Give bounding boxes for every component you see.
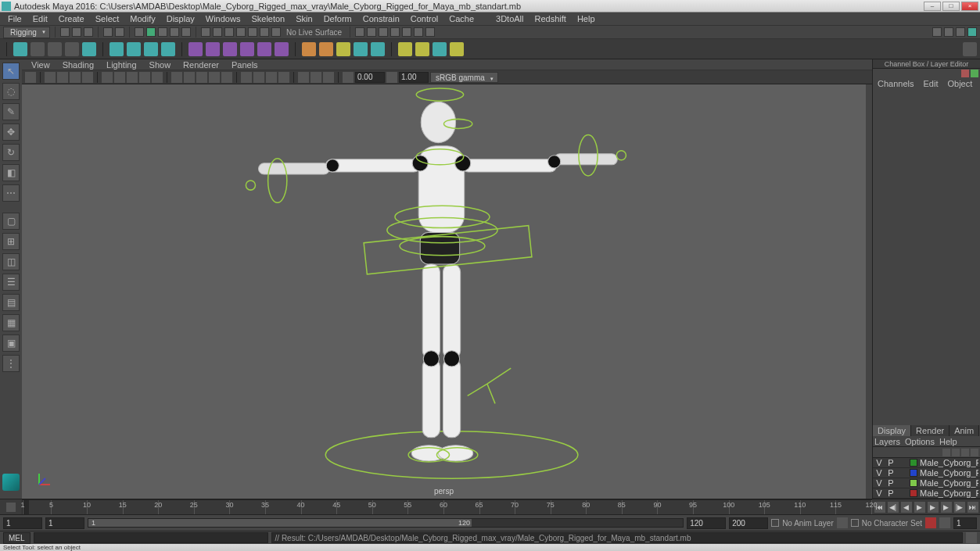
layer-tab-display[interactable]: Display (873, 425, 911, 436)
layout-single-icon[interactable]: ▢ (2, 213, 20, 230)
light-editor-icon[interactable] (425, 27, 435, 37)
menu-select[interactable]: Select (91, 13, 124, 24)
snap-curve-icon[interactable] (213, 27, 222, 37)
layout-four-icon[interactable]: ⊞ (2, 233, 20, 250)
layer-color-swatch[interactable] (910, 479, 917, 487)
layer-row[interactable]: VPMale_Cyborg_Rigged_ (873, 458, 980, 468)
layer-color-swatch[interactable] (910, 459, 917, 467)
panel-layout-icon[interactable] (956, 27, 965, 37)
menu-file[interactable]: File (3, 13, 27, 24)
input-line-icon[interactable] (367, 27, 376, 37)
menu-windows[interactable]: Windows (201, 13, 246, 24)
visibility-toggle[interactable]: V (874, 458, 884, 467)
playback-start-field[interactable] (3, 517, 42, 529)
save-scene-icon[interactable] (84, 27, 93, 37)
use-lights-icon[interactable] (209, 72, 220, 83)
new-scene-icon[interactable] (60, 27, 70, 37)
shelf-quickrig-icon[interactable] (433, 42, 447, 56)
vp-menu-panels[interactable]: Panels (227, 60, 263, 70)
shelf-deformer-icon[interactable] (336, 42, 350, 56)
select-mask-icon[interactable] (170, 27, 179, 37)
workspace-dropdown[interactable]: Rigging (3, 27, 50, 38)
anim-layer-icon[interactable] (837, 517, 848, 528)
menu-control[interactable]: Control (406, 13, 443, 24)
timeline-track[interactable]: 1510152025303540455055606570758085909510… (22, 499, 872, 515)
shelf-deformer-icon[interactable] (371, 42, 385, 56)
wireframe-icon[interactable] (171, 72, 182, 83)
playback-toggle[interactable]: P (886, 478, 896, 488)
persp-graph-icon[interactable]: ▤ (2, 294, 20, 311)
grease-pencil-icon[interactable] (82, 72, 93, 83)
rotate-tool[interactable]: ↻ (2, 144, 20, 161)
viewport-panel[interactable]: persp (22, 84, 872, 499)
cb-tab-channels[interactable]: Channels (873, 78, 918, 89)
layout-two-icon[interactable]: ◫ (2, 253, 20, 270)
shelf-mirror-icon[interactable] (240, 42, 254, 56)
visibility-toggle[interactable]: V (874, 488, 884, 498)
uv-editor-icon[interactable]: ▣ (2, 335, 20, 352)
select-by-object-icon[interactable] (146, 27, 156, 37)
vp-menu-shading[interactable]: Shading (58, 60, 99, 70)
layer-menu-options[interactable]: Options (905, 437, 935, 446)
visibility-toggle[interactable]: V (874, 478, 884, 488)
outliner-icon[interactable]: ☰ (2, 274, 20, 291)
vp-menu-view[interactable]: View (27, 60, 55, 70)
menu-modify[interactable]: Modify (125, 13, 160, 24)
select-by-hierarchy-icon[interactable] (135, 27, 144, 37)
current-frame-field[interactable] (953, 517, 977, 529)
hypershade-icon[interactable] (414, 27, 423, 37)
menu-constrain[interactable]: Constrain (358, 13, 404, 24)
snap-grid-icon[interactable] (201, 27, 210, 37)
time-slider[interactable]: 1510152025303540455055606570758085909510… (0, 499, 980, 514)
playback-toggle[interactable]: P (886, 488, 896, 498)
isolate-select-icon[interactable] (241, 72, 252, 83)
layer-row[interactable]: VPMale_Cyborg_Rigged_ (873, 488, 980, 499)
select-tool[interactable]: ↖ (2, 63, 20, 80)
menu-skeleton[interactable]: Skeleton (246, 13, 289, 24)
playback-toggle[interactable]: P (886, 458, 896, 467)
image-plane-icon[interactable] (57, 72, 68, 83)
char-set-checkbox[interactable] (851, 519, 859, 527)
layer-row[interactable]: VPMale_Cyborg_Rigged_ (873, 468, 980, 478)
snap-plane-icon[interactable] (236, 27, 246, 37)
menu-display[interactable]: Display (162, 13, 199, 24)
shelf-detach-icon[interactable] (206, 42, 220, 56)
more-layouts-icon[interactable]: ⋮ (2, 355, 20, 372)
move-tool[interactable]: ✥ (2, 123, 20, 141)
visibility-toggle[interactable]: V (874, 468, 884, 478)
open-scene-icon[interactable] (72, 27, 81, 37)
shelf-deformer-icon[interactable] (354, 42, 368, 56)
auto-key-icon[interactable] (925, 517, 936, 528)
new-layer-icon[interactable] (961, 449, 969, 456)
playback-toggle[interactable]: P (886, 468, 896, 478)
field-chart-icon[interactable] (152, 72, 163, 83)
select-mask-icon[interactable] (181, 27, 191, 37)
panel-layout-icon[interactable] (967, 27, 977, 37)
redo-icon[interactable] (115, 27, 124, 37)
textured-icon[interactable] (196, 72, 207, 83)
play-forward-icon[interactable]: ▶ (928, 502, 939, 513)
grid-icon[interactable] (102, 72, 113, 83)
prefs-icon[interactable] (939, 517, 950, 528)
range-start-field[interactable] (45, 517, 84, 529)
gate-mask-icon[interactable] (139, 72, 150, 83)
shelf-cluster-icon[interactable] (161, 42, 175, 56)
menu-edit[interactable]: Edit (28, 13, 52, 24)
minimize-button[interactable]: – (924, 2, 941, 11)
shelf-constraint-icon[interactable] (302, 42, 316, 56)
vp-menu-renderer[interactable]: Renderer (178, 60, 224, 70)
history-toggle-icon[interactable] (355, 27, 364, 37)
shelf-lattice-icon[interactable] (144, 42, 158, 56)
menu-cache[interactable]: Cache (444, 13, 479, 24)
shelf-tool-icon[interactable] (65, 42, 79, 56)
cb-tab-edit[interactable]: Edit (918, 78, 942, 89)
wire-on-shaded-icon[interactable] (278, 72, 289, 83)
xray-joints-icon[interactable] (266, 72, 277, 83)
xray-icon[interactable] (253, 72, 264, 83)
layer-menu-layers[interactable]: Layers (874, 437, 900, 446)
step-back-key-icon[interactable]: ◀| (888, 502, 899, 513)
step-forward-icon[interactable]: ▶ (941, 502, 952, 513)
undo-icon[interactable] (103, 27, 113, 37)
vp-menu-lighting[interactable]: Lighting (102, 60, 142, 70)
shelf-humanik-icon[interactable] (415, 42, 429, 56)
